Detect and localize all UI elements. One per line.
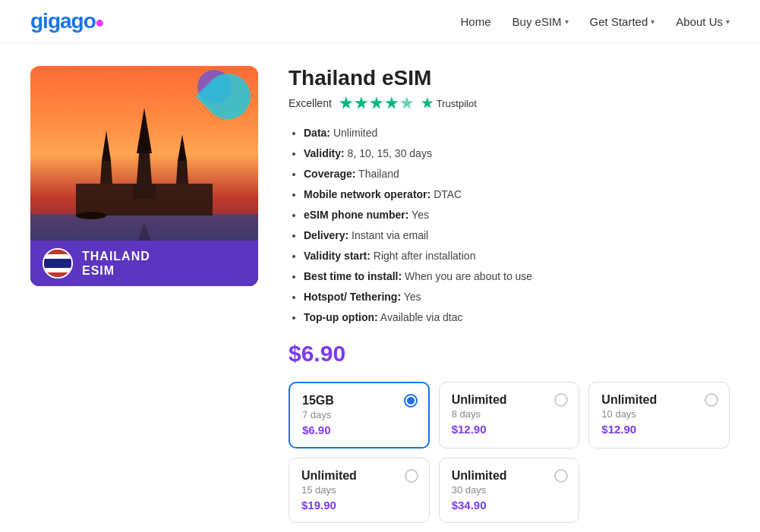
plan-radio-15gb[interactable] [404,394,418,408]
plan-name-unl-8: Unlimited [452,393,567,407]
spec-val-validity: 8, 10, 15, 30 days [348,147,432,159]
plan-days-30: 30 days [452,484,567,496]
svg-marker-3 [137,153,152,184]
chevron-down-icon: ▾ [726,17,730,26]
plan-card-15gb-7d[interactable]: 15GB 7 days $6.90 [289,382,430,449]
spec-val-delivery: Instant via email [352,229,428,241]
spec-key-delivery: Delivery: [304,229,348,241]
spec-val-coverage: Thailand [358,168,399,180]
flag-red-bottom [44,272,71,277]
spec-val-phone: Yes [412,209,429,221]
svg-marker-5 [102,131,111,161]
spec-key-best-time: Best time to install: [304,270,402,282]
plan-price-19-90: $19.90 [301,499,417,512]
plan-name-unl-15: Unlimited [301,469,417,483]
plan-days-15: 15 days [301,484,417,496]
rating-row: Excellent Trustpilot [289,96,730,110]
spec-val-hotspot: Yes [404,291,421,303]
spec-key-validity: Validity: [304,147,345,159]
product-title: Thailand eSIM [289,66,730,90]
image-banner: THAILANDESIM [30,241,258,286]
spec-validity: Validity: 8, 10, 15, 30 days [304,146,730,162]
plans-grid: 15GB 7 days $6.90 Unlimited 8 days $12.9… [289,382,730,523]
plan-radio-unl-15d[interactable] [405,469,418,483]
product-details: Thailand eSIM Excellent Trustpilot Data:… [289,66,730,523]
plan-radio-unl-10d[interactable] [705,393,718,407]
spec-val-validity-start: Right after installation [374,250,476,262]
product-price: $6.90 [289,341,730,367]
trustpilot-badge: Trustpilot [421,97,477,109]
star-2 [355,96,368,110]
spec-best-time: Best time to install: When you are about… [304,269,730,285]
product-image-container: THAILANDESIM [30,66,258,523]
spec-coverage: Coverage: Thailand [304,166,730,182]
spec-key-hotspot: Hotspot/ Tethering: [304,291,401,303]
plan-days-10: 10 days [601,408,717,420]
spec-val-topup: Available via dtac [380,311,463,323]
spec-topup: Top-up option: Available via dtac [304,310,730,326]
spec-val-operator: DTAC [434,188,462,200]
star-3 [370,96,383,110]
specs-list: Data: Unlimited Validity: 8, 10, 15, 30 … [289,125,730,326]
flag-blue-center [44,259,71,268]
banner-text: THAILANDESIM [82,249,150,278]
plan-name-unl-30: Unlimited [452,469,567,483]
plan-days-8: 8 days [452,408,567,420]
spec-data: Data: Unlimited [304,125,730,141]
nav-get-started[interactable]: Get Started ▾ [590,15,655,28]
nav-links: Home Buy eSIM ▾ Get Started ▾ About Us ▾ [461,15,730,28]
plan-card-unl-15d[interactable]: Unlimited 15 days $19.90 [289,458,430,523]
plan-card-unl-10d[interactable]: Unlimited 10 days $12.90 [588,382,730,449]
plan-price-6-90: $6.90 [302,423,416,436]
spec-key-phone: eSIM phone number: [304,209,408,221]
spec-hotspot: Hotspot/ Tethering: Yes [304,289,730,305]
plan-price-12-90-10d: $12.90 [601,423,717,436]
plan-card-unl-30d[interactable]: Unlimited 30 days $34.90 [439,458,580,523]
spec-key-coverage: Coverage: [304,168,355,180]
plan-card-unl-8d[interactable]: Unlimited 8 days $12.90 [439,382,580,449]
trustpilot-label: Trustpilot [437,98,477,109]
spec-phone-number: eSIM phone number: Yes [304,207,730,223]
svg-marker-1 [137,108,152,153]
svg-rect-11 [76,184,213,216]
star-rating [339,96,414,110]
chevron-down-icon: ▾ [651,17,654,26]
spec-delivery: Delivery: Instant via email [304,228,730,244]
nav-about-us[interactable]: About Us ▾ [676,15,730,28]
thailand-flag [43,248,73,279]
spec-key-operator: Mobile network operator: [304,188,430,200]
svg-marker-10 [176,161,188,184]
star-5 [400,96,414,110]
plan-name-unl-10: Unlimited [601,393,717,407]
svg-marker-7 [100,161,112,184]
trustpilot-star [421,97,434,109]
chevron-down-icon: ▾ [565,17,569,26]
star-1 [339,96,353,110]
spec-key-validity-start: Validity start: [304,250,371,262]
logo[interactable]: gigago• [30,9,103,33]
svg-marker-8 [178,134,187,161]
temple-svg [30,93,258,244]
rating-label: Excellent [289,97,332,109]
spec-operator: Mobile network operator: DTAC [304,187,730,203]
spec-validity-start: Validity start: Right after installation [304,248,730,264]
main-content: THAILANDESIM Thailand eSIM Excellent Tru… [0,43,760,532]
spec-val-data: Unlimited [333,127,377,139]
spec-key-data: Data: [304,127,330,139]
svg-point-12 [76,212,106,219]
nav-buy-esim[interactable]: Buy eSIM ▾ [512,15,569,28]
plan-price-34-90: $34.90 [452,499,567,512]
spec-val-best-time: When you are about to use [405,270,532,282]
product-image: THAILANDESIM [30,66,258,286]
plan-days-7: 7 days [302,409,416,420]
nav-home[interactable]: Home [461,15,491,28]
navbar: gigago• Home Buy eSIM ▾ Get Started ▾ Ab… [0,0,760,43]
plan-price-12-90-8d: $12.90 [452,423,567,436]
star-4 [385,96,399,110]
spec-key-topup: Top-up option: [304,311,378,323]
plan-name-15gb: 15GB [302,394,416,408]
